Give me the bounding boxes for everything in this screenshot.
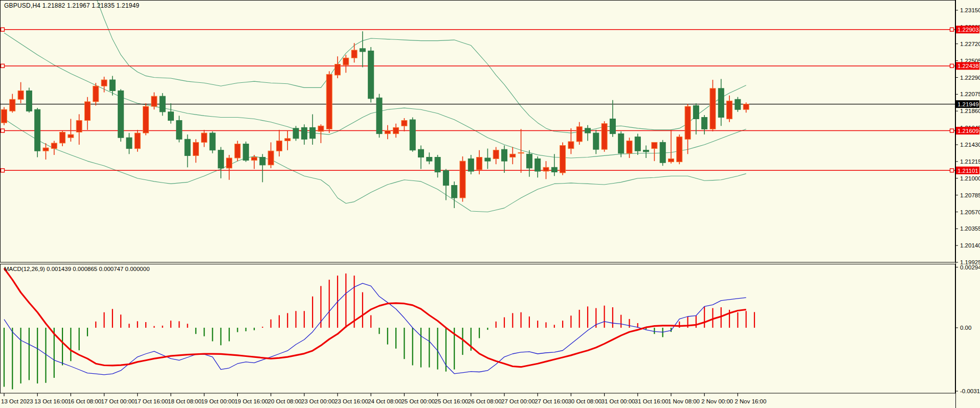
level-line-handle[interactable]	[950, 28, 954, 31]
candle-body	[710, 88, 716, 129]
candle-body	[418, 149, 424, 157]
time-tick-label: 26 Oct 08:00	[468, 398, 502, 404]
candle-body	[452, 186, 457, 198]
candle-body	[193, 142, 198, 155]
time-tick-label: 27 Oct 00:00	[501, 398, 535, 404]
candle-body	[227, 158, 232, 168]
candle[interactable]	[618, 131, 624, 157]
time-tick-label: 20 Oct 08:00	[268, 398, 302, 404]
candle-body	[535, 159, 541, 172]
candle-body	[402, 121, 407, 126]
candle[interactable]	[35, 108, 40, 157]
candle-body	[135, 133, 140, 149]
candle-body	[669, 159, 674, 162]
time-tick-label: 31 Oct 16:00	[635, 398, 669, 404]
level-line-handle[interactable]	[1, 28, 5, 31]
candle-body	[335, 64, 341, 75]
candle-body	[543, 167, 549, 171]
candle[interactable]	[2, 107, 7, 125]
price-tick-label: 1.20785	[960, 192, 980, 198]
candle-body	[218, 150, 224, 168]
candle-body	[560, 146, 566, 173]
candle-body	[576, 127, 582, 142]
candle[interactable]	[235, 141, 240, 161]
candle-body	[693, 106, 699, 119]
candle[interactable]	[210, 131, 215, 153]
candle[interactable]	[677, 134, 682, 164]
macd-axis-label: 0.002949	[960, 264, 980, 270]
candle[interactable]	[118, 89, 124, 142]
candle[interactable]	[560, 142, 566, 175]
level-line-handle[interactable]	[1, 169, 5, 172]
symbol-title: GBPUSD,H4 1.21882 1.21967 1.21835 1.2194…	[4, 2, 139, 9]
price-tick-label: 1.22075	[960, 91, 980, 97]
candle-body	[635, 137, 640, 151]
candle-body	[502, 149, 507, 161]
candle-body	[493, 150, 499, 159]
time-tick-label: 13 Oct 16:00	[34, 398, 68, 404]
time-tick-label: 1 Nov 08:00	[668, 398, 700, 404]
candle-body	[18, 91, 24, 100]
candle-body	[185, 139, 190, 155]
candle-body	[743, 104, 749, 110]
candle[interactable]	[143, 103, 149, 135]
candle-body	[660, 142, 665, 163]
candle[interactable]	[410, 118, 415, 152]
chart-background	[0, 0, 980, 408]
time-tick-label: 24 Oct 08:00	[368, 398, 402, 404]
candle-body	[35, 109, 40, 151]
chart-canvas[interactable]: 1.231501.229351.227201.225051.222901.220…	[0, 0, 980, 408]
candle-body	[160, 96, 165, 112]
level-line-handle[interactable]	[1, 64, 5, 67]
candle-body	[109, 80, 115, 90]
candle[interactable]	[135, 130, 140, 152]
level-line-handle[interactable]	[950, 169, 954, 172]
candle-body	[343, 58, 349, 65]
time-tick-label: 17 Oct 16:00	[135, 398, 168, 404]
time-tick-label: 16 Oct 08:00	[68, 398, 101, 404]
candle[interactable]	[660, 140, 665, 166]
candle-body	[235, 144, 240, 158]
time-tick-label: 30 Oct 08:00	[568, 398, 602, 404]
candle-body	[376, 98, 382, 133]
candle[interactable]	[460, 156, 465, 202]
candle-body	[410, 120, 415, 150]
candle-body	[26, 91, 32, 111]
candle-body	[93, 86, 99, 102]
time-tick-label: 27 Oct 16:00	[534, 398, 568, 404]
candle[interactable]	[368, 47, 374, 102]
level-price-label-text: 1.21101	[957, 168, 978, 174]
candle[interactable]	[376, 94, 382, 138]
macd-axis-label: 0.00	[960, 325, 971, 331]
candle-body	[618, 134, 624, 153]
candle-body	[627, 141, 632, 153]
candle-body	[652, 142, 657, 148]
level-line-handle[interactable]	[950, 64, 954, 67]
price-tick-label: 1.20355	[960, 225, 980, 232]
time-tick-label: 31 Oct 00:00	[602, 398, 635, 404]
candle-body	[202, 133, 207, 142]
level-line-handle[interactable]	[950, 129, 954, 132]
candle-body	[518, 152, 524, 153]
time-tick-label: 25 Oct 16:00	[435, 398, 469, 404]
candle-body	[2, 109, 7, 123]
candle-body	[243, 144, 249, 161]
candle-body	[443, 171, 449, 186]
candle-body	[318, 126, 324, 131]
candle-body	[310, 127, 316, 138]
candle[interactable]	[26, 87, 32, 112]
candle[interactable]	[326, 71, 332, 133]
candle-body	[360, 49, 365, 52]
candle-body	[168, 112, 174, 121]
candle-body	[276, 141, 282, 151]
candle-body	[60, 132, 65, 143]
price-tick-label: 1.22720	[960, 41, 980, 47]
level-line-handle[interactable]	[1, 129, 5, 132]
candle[interactable]	[243, 142, 249, 162]
candle-body	[485, 158, 491, 161]
candle[interactable]	[735, 97, 741, 112]
price-tick-label: 1.21860	[960, 108, 980, 114]
candle[interactable]	[602, 121, 607, 152]
price-tick-label: 1.20140	[960, 242, 980, 248]
candle[interactable]	[293, 126, 299, 141]
